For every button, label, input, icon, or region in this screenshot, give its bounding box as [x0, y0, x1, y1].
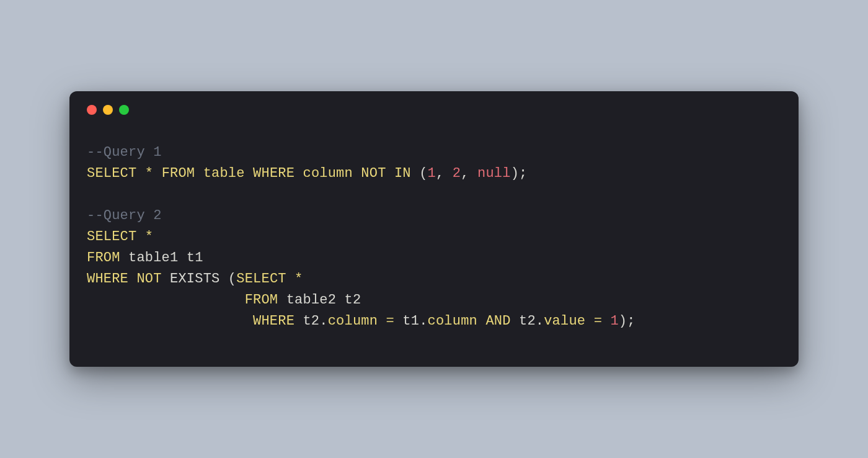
code-token: [294, 313, 303, 329]
code-token: [136, 166, 144, 181]
code-token: [153, 166, 161, 181]
minimize-icon[interactable]: [103, 105, 113, 115]
code-token: *: [145, 166, 153, 181]
code-token: IN: [394, 166, 411, 181]
code-token: ,: [461, 166, 477, 181]
code-token: [477, 313, 485, 329]
code-line: [87, 184, 781, 205]
code-token: SELECT: [236, 271, 286, 287]
code-token: column: [303, 166, 353, 181]
code-token: =: [594, 313, 602, 329]
code-token: t2.: [303, 313, 327, 329]
code-token: [394, 313, 402, 329]
code-token: 1: [428, 166, 436, 181]
code-line: SELECT *: [87, 227, 781, 248]
code-token: null: [477, 166, 511, 181]
code-token: [585, 313, 593, 329]
code-token: FROM: [162, 166, 195, 181]
code-token: column: [428, 313, 477, 329]
code-token: (: [219, 271, 236, 287]
close-icon[interactable]: [87, 105, 97, 115]
code-token: WHERE: [87, 271, 128, 287]
code-token: [195, 166, 203, 181]
code-token: --Query 1: [87, 145, 162, 160]
code-block: --Query 1SELECT * FROM table WHERE colum…: [69, 115, 799, 367]
code-token: column: [328, 313, 378, 329]
code-token: *: [294, 271, 303, 287]
code-token: *: [145, 229, 153, 245]
code-token: [378, 313, 386, 329]
code-line: SELECT * FROM table WHERE column NOT IN …: [87, 163, 781, 184]
code-token: [278, 292, 286, 308]
code-token: WHERE: [253, 313, 294, 329]
code-line: FROM table2 t2: [87, 290, 781, 311]
code-token: [294, 166, 303, 181]
code-token: table: [203, 166, 245, 181]
code-token: [245, 166, 253, 181]
code-token: 1: [610, 313, 618, 329]
code-token: (: [411, 166, 428, 181]
code-token: ,: [436, 166, 453, 181]
code-token: );: [619, 313, 636, 329]
code-token: t2.: [519, 313, 544, 329]
code-token: table2 t2: [286, 292, 361, 308]
code-token: NOT: [361, 166, 386, 181]
code-token: [162, 271, 170, 287]
window-titlebar: [69, 91, 799, 115]
code-token: FROM: [87, 250, 120, 266]
code-token: AND: [485, 313, 510, 329]
code-token: SELECT: [87, 166, 136, 181]
code-token: [602, 313, 610, 329]
code-line: FROM table1 t1: [87, 248, 781, 269]
code-token: [87, 292, 245, 308]
code-token: NOT: [136, 271, 161, 287]
code-token: EXISTS: [170, 271, 219, 287]
code-token: [386, 166, 394, 181]
code-token: =: [386, 313, 394, 329]
code-line: WHERE t2.column = t1.column AND t2.value…: [87, 311, 781, 332]
code-token: [136, 229, 144, 245]
code-token: --Query 2: [87, 208, 162, 223]
code-token: [286, 271, 294, 287]
code-token: t1.: [402, 313, 427, 329]
code-token: FROM: [245, 292, 278, 308]
code-token: WHERE: [253, 166, 294, 181]
code-token: SELECT: [87, 229, 136, 245]
code-token: table1 t1: [128, 250, 203, 266]
code-token: [128, 271, 136, 287]
code-window: --Query 1SELECT * FROM table WHERE colum…: [69, 91, 799, 367]
code-line: --Query 1: [87, 142, 781, 163]
code-line: --Query 2: [87, 205, 781, 227]
code-token: [120, 250, 128, 266]
code-token: value: [544, 313, 585, 329]
zoom-icon[interactable]: [119, 105, 129, 115]
code-token: [87, 313, 253, 329]
code-line: WHERE NOT EXISTS (SELECT *: [87, 269, 781, 290]
code-token: );: [511, 166, 528, 181]
code-token: [511, 313, 519, 329]
code-token: 2: [453, 166, 461, 181]
code-token: [353, 166, 361, 181]
